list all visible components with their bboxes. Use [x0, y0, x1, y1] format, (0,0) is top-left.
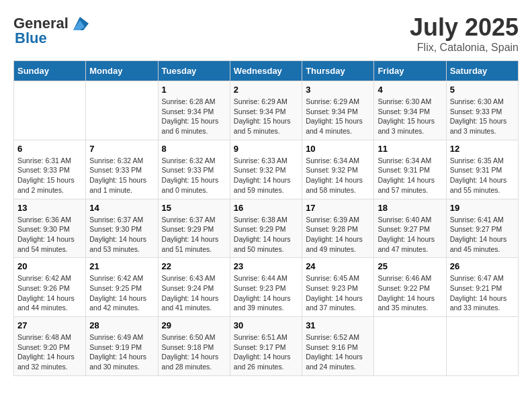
day-number: 21	[89, 261, 154, 271]
calendar-week-row: 27Sunrise: 6:48 AM Sunset: 9:20 PM Dayli…	[14, 317, 519, 376]
logo: General Blue	[13, 13, 90, 47]
day-info: Sunrise: 6:49 AM Sunset: 9:19 PM Dayligh…	[89, 332, 154, 372]
calendar-header-row: SundayMondayTuesdayWednesdayThursdayFrid…	[14, 61, 519, 81]
col-header-thursday: Thursday	[302, 61, 374, 81]
logo-blue: Blue	[15, 30, 47, 47]
col-header-wednesday: Wednesday	[230, 61, 302, 81]
calendar-cell	[374, 317, 446, 376]
calendar-cell: 8Sunrise: 6:32 AM Sunset: 9:33 PM Daylig…	[158, 140, 230, 199]
day-number: 27	[17, 320, 82, 330]
day-number: 28	[89, 320, 154, 330]
title-block: July 2025 Flix, Catalonia, Spain	[410, 13, 519, 54]
day-number: 1	[162, 85, 226, 95]
day-info: Sunrise: 6:52 AM Sunset: 9:16 PM Dayligh…	[306, 332, 370, 372]
day-number: 30	[234, 320, 298, 330]
day-number: 12	[450, 144, 515, 154]
calendar-cell: 24Sunrise: 6:45 AM Sunset: 9:23 PM Dayli…	[302, 258, 374, 317]
day-info: Sunrise: 6:28 AM Sunset: 9:34 PM Dayligh…	[162, 97, 226, 136]
day-number: 19	[450, 203, 515, 213]
day-info: Sunrise: 6:48 AM Sunset: 9:20 PM Dayligh…	[17, 332, 82, 372]
day-info: Sunrise: 6:42 AM Sunset: 9:26 PM Dayligh…	[17, 273, 82, 313]
calendar-cell: 13Sunrise: 6:36 AM Sunset: 9:30 PM Dayli…	[14, 199, 86, 258]
day-number: 20	[17, 261, 82, 271]
day-info: Sunrise: 6:41 AM Sunset: 9:27 PM Dayligh…	[450, 215, 515, 255]
calendar-cell: 27Sunrise: 6:48 AM Sunset: 9:20 PM Dayli…	[14, 317, 86, 376]
day-number: 9	[234, 144, 298, 154]
day-info: Sunrise: 6:30 AM Sunset: 9:33 PM Dayligh…	[450, 97, 515, 136]
calendar-cell: 19Sunrise: 6:41 AM Sunset: 9:27 PM Dayli…	[446, 199, 518, 258]
day-info: Sunrise: 6:45 AM Sunset: 9:23 PM Dayligh…	[306, 273, 370, 313]
day-info: Sunrise: 6:36 AM Sunset: 9:30 PM Dayligh…	[17, 215, 82, 255]
calendar-cell: 21Sunrise: 6:42 AM Sunset: 9:25 PM Dayli…	[86, 258, 158, 317]
day-info: Sunrise: 6:43 AM Sunset: 9:24 PM Dayligh…	[162, 273, 226, 313]
col-header-monday: Monday	[86, 61, 158, 81]
calendar-cell: 10Sunrise: 6:34 AM Sunset: 9:32 PM Dayli…	[302, 140, 374, 199]
day-number: 4	[378, 85, 442, 95]
day-number: 6	[17, 144, 82, 154]
calendar-cell: 17Sunrise: 6:39 AM Sunset: 9:28 PM Dayli…	[302, 199, 374, 258]
day-number: 15	[162, 203, 226, 213]
day-info: Sunrise: 6:31 AM Sunset: 9:33 PM Dayligh…	[17, 156, 82, 195]
day-info: Sunrise: 6:34 AM Sunset: 9:32 PM Dayligh…	[306, 156, 370, 195]
col-header-saturday: Saturday	[446, 61, 518, 81]
main-title: July 2025	[410, 13, 519, 42]
day-number: 25	[378, 261, 442, 271]
day-number: 3	[306, 85, 370, 95]
day-number: 13	[17, 203, 82, 213]
calendar-week-row: 13Sunrise: 6:36 AM Sunset: 9:30 PM Dayli…	[14, 199, 519, 258]
day-info: Sunrise: 6:51 AM Sunset: 9:17 PM Dayligh…	[234, 332, 298, 372]
col-header-sunday: Sunday	[14, 61, 86, 81]
calendar-cell: 12Sunrise: 6:35 AM Sunset: 9:31 PM Dayli…	[446, 140, 518, 199]
calendar-cell: 18Sunrise: 6:40 AM Sunset: 9:27 PM Dayli…	[374, 199, 446, 258]
calendar-cell	[446, 317, 518, 376]
subtitle: Flix, Catalonia, Spain	[410, 42, 519, 54]
day-info: Sunrise: 6:46 AM Sunset: 9:22 PM Dayligh…	[378, 273, 442, 313]
calendar-table: SundayMondayTuesdayWednesdayThursdayFrid…	[13, 60, 519, 376]
day-number: 31	[306, 320, 370, 330]
day-number: 26	[450, 261, 515, 271]
day-info: Sunrise: 6:40 AM Sunset: 9:27 PM Dayligh…	[378, 215, 442, 255]
col-header-friday: Friday	[374, 61, 446, 81]
calendar-cell: 30Sunrise: 6:51 AM Sunset: 9:17 PM Dayli…	[230, 317, 302, 376]
day-number: 23	[234, 261, 298, 271]
day-info: Sunrise: 6:30 AM Sunset: 9:34 PM Dayligh…	[378, 97, 442, 136]
day-number: 7	[89, 144, 154, 154]
day-info: Sunrise: 6:29 AM Sunset: 9:34 PM Dayligh…	[234, 97, 298, 136]
logo-icon	[70, 13, 90, 34]
day-number: 17	[306, 203, 370, 213]
calendar-cell	[86, 81, 158, 140]
day-info: Sunrise: 6:35 AM Sunset: 9:31 PM Dayligh…	[450, 156, 515, 195]
calendar-cell: 2Sunrise: 6:29 AM Sunset: 9:34 PM Daylig…	[230, 81, 302, 140]
calendar-week-row: 1Sunrise: 6:28 AM Sunset: 9:34 PM Daylig…	[14, 81, 519, 140]
calendar-cell: 11Sunrise: 6:34 AM Sunset: 9:31 PM Dayli…	[374, 140, 446, 199]
calendar-cell: 9Sunrise: 6:33 AM Sunset: 9:32 PM Daylig…	[230, 140, 302, 199]
day-number: 16	[234, 203, 298, 213]
calendar-cell: 29Sunrise: 6:50 AM Sunset: 9:18 PM Dayli…	[158, 317, 230, 376]
day-info: Sunrise: 6:39 AM Sunset: 9:28 PM Dayligh…	[306, 215, 370, 255]
calendar-cell: 14Sunrise: 6:37 AM Sunset: 9:30 PM Dayli…	[86, 199, 158, 258]
day-number: 11	[378, 144, 442, 154]
calendar-cell: 7Sunrise: 6:32 AM Sunset: 9:33 PM Daylig…	[86, 140, 158, 199]
day-info: Sunrise: 6:32 AM Sunset: 9:33 PM Dayligh…	[162, 156, 226, 195]
calendar-cell	[14, 81, 86, 140]
calendar-cell: 22Sunrise: 6:43 AM Sunset: 9:24 PM Dayli…	[158, 258, 230, 317]
day-info: Sunrise: 6:44 AM Sunset: 9:23 PM Dayligh…	[234, 273, 298, 313]
day-info: Sunrise: 6:42 AM Sunset: 9:25 PM Dayligh…	[89, 273, 154, 313]
calendar-cell: 5Sunrise: 6:30 AM Sunset: 9:33 PM Daylig…	[446, 81, 518, 140]
page-header: General Blue July 2025 Flix, Catalonia, …	[13, 13, 519, 54]
day-info: Sunrise: 6:38 AM Sunset: 9:29 PM Dayligh…	[234, 215, 298, 255]
day-number: 14	[89, 203, 154, 213]
day-number: 8	[162, 144, 226, 154]
day-number: 29	[162, 320, 226, 330]
calendar-cell: 20Sunrise: 6:42 AM Sunset: 9:26 PM Dayli…	[14, 258, 86, 317]
col-header-tuesday: Tuesday	[158, 61, 230, 81]
calendar-cell: 16Sunrise: 6:38 AM Sunset: 9:29 PM Dayli…	[230, 199, 302, 258]
calendar-week-row: 20Sunrise: 6:42 AM Sunset: 9:26 PM Dayli…	[14, 258, 519, 317]
day-info: Sunrise: 6:32 AM Sunset: 9:33 PM Dayligh…	[89, 156, 154, 195]
calendar-week-row: 6Sunrise: 6:31 AM Sunset: 9:33 PM Daylig…	[14, 140, 519, 199]
calendar-cell: 15Sunrise: 6:37 AM Sunset: 9:29 PM Dayli…	[158, 199, 230, 258]
day-number: 22	[162, 261, 226, 271]
day-number: 10	[306, 144, 370, 154]
calendar-cell: 3Sunrise: 6:29 AM Sunset: 9:34 PM Daylig…	[302, 81, 374, 140]
day-info: Sunrise: 6:29 AM Sunset: 9:34 PM Dayligh…	[306, 97, 370, 136]
